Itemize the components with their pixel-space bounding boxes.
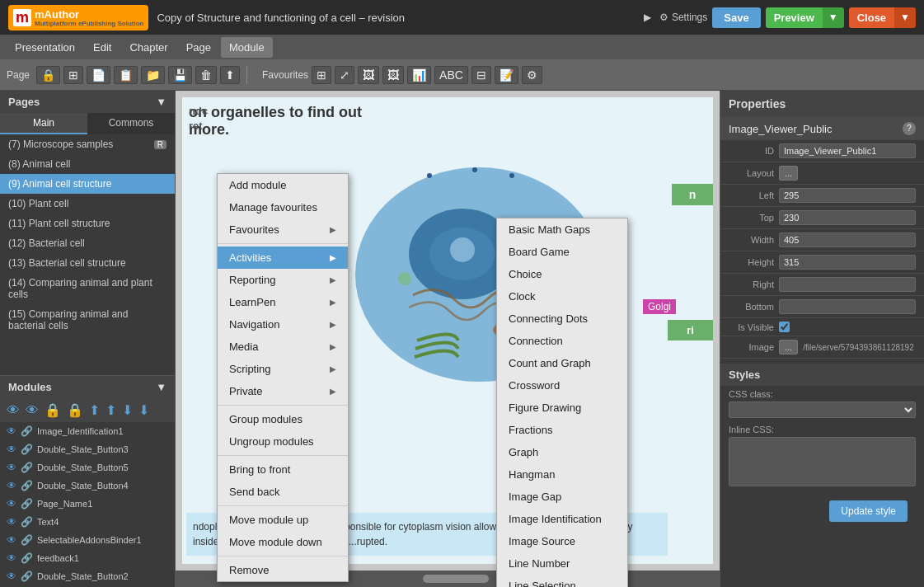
- menu-item-bring-front[interactable]: Bring to front: [218, 458, 348, 481]
- close-button[interactable]: Close: [849, 7, 894, 28]
- page-item-9[interactable]: (9) Animal cell structure: [0, 174, 175, 194]
- tab-commons[interactable]: Commons: [87, 113, 175, 134]
- module-item-pn1[interactable]: 👁 🔗 Page_Name1: [0, 495, 175, 513]
- mod-up-btn-2[interactable]: ⬆: [104, 402, 118, 419]
- module-item-dsb5[interactable]: 👁 🔗 Double_State_Button5: [0, 458, 175, 477]
- module-item-sab1[interactable]: 👁 🔗 SelectableAddonsBinder1: [0, 531, 175, 549]
- menu-item-remove[interactable]: Remove: [218, 559, 348, 581]
- toolbar-btn-1[interactable]: 🔒: [36, 66, 60, 84]
- fav-btn-2[interactable]: ⤢: [335, 66, 354, 84]
- menu-item-send-back[interactable]: Send back: [218, 481, 348, 503]
- menu-presentation[interactable]: Presentation: [7, 37, 83, 58]
- page-item-13[interactable]: (13) Bacterial cell structure: [0, 253, 175, 273]
- css-class-select[interactable]: [729, 402, 916, 418]
- fav-btn-4[interactable]: 🖼: [382, 66, 404, 84]
- act-connecting-dots[interactable]: Connecting Dots: [497, 308, 627, 330]
- toolbar-btn-5[interactable]: 📁: [141, 66, 165, 84]
- toolbar-btn-2[interactable]: ⊞: [63, 66, 83, 84]
- prop-id-input[interactable]: [779, 143, 916, 158]
- menu-item-add-module[interactable]: Add module: [218, 174, 348, 196]
- act-board-game[interactable]: Board Game: [497, 241, 627, 263]
- mod-up-btn-1[interactable]: ⬆: [87, 402, 101, 419]
- mod-lock-btn-1[interactable]: 🔒: [43, 402, 63, 419]
- module-item-fb1[interactable]: 👁 🔗 feedback1: [0, 549, 175, 567]
- module-item-dsb3[interactable]: 👁 🔗 Double_State_Button3: [0, 440, 175, 458]
- fav-btn-8[interactable]: 📝: [495, 66, 518, 84]
- menu-item-manage-fav[interactable]: Manage favourites: [218, 196, 348, 218]
- scrollbar-thumb[interactable]: [423, 575, 489, 583]
- prop-visible-checkbox[interactable]: [779, 322, 790, 332]
- toolbar-btn-7[interactable]: 🗑: [195, 66, 217, 84]
- toolbar-btn-3[interactable]: 📄: [87, 66, 110, 84]
- menu-item-scripting[interactable]: Scripting ▶: [218, 358, 348, 380]
- module-item-text4[interactable]: 👁 🔗 Text4: [0, 513, 175, 531]
- menu-item-private[interactable]: Private ▶: [218, 380, 348, 402]
- menu-module[interactable]: Module: [221, 37, 273, 58]
- page-item-10[interactable]: (10) Plant cell: [0, 194, 175, 214]
- act-fractions[interactable]: Fractions: [497, 419, 627, 441]
- act-choice[interactable]: Choice: [497, 263, 627, 285]
- menu-item-learnpen[interactable]: LearnPen ▶: [218, 291, 348, 313]
- fav-btn-5[interactable]: 📊: [407, 66, 431, 84]
- prop-height-input[interactable]: [779, 255, 916, 270]
- page-item-14[interactable]: (14) Comparing animal and plant cells: [0, 273, 175, 304]
- page-item-7[interactable]: (7) Microscope samples R: [0, 134, 175, 154]
- act-figure-drawing[interactable]: Figure Drawing: [497, 397, 627, 419]
- act-image-identification[interactable]: Image Identification: [497, 508, 627, 530]
- toolbar-btn-4[interactable]: 📋: [114, 66, 138, 84]
- canvas-area[interactable]: on organelles to find out more.: [176, 91, 720, 587]
- act-image-source[interactable]: Image Source: [497, 530, 627, 552]
- fav-btn-1[interactable]: ⊞: [312, 66, 331, 84]
- close-dropdown-button[interactable]: ▼: [894, 7, 916, 28]
- menu-item-navigation[interactable]: Navigation ▶: [218, 313, 348, 336]
- act-count-and-graph[interactable]: Count and Graph: [497, 352, 627, 374]
- image-browse-btn[interactable]: ...: [779, 340, 798, 355]
- prop-right-input[interactable]: [779, 277, 916, 292]
- menu-item-move-up[interactable]: Move module up: [218, 509, 348, 531]
- mod-down-btn-2[interactable]: ⬇: [137, 402, 151, 419]
- menu-edit[interactable]: Edit: [85, 37, 120, 58]
- prop-top-input[interactable]: [779, 210, 916, 225]
- act-line-number[interactable]: Line Number: [497, 552, 627, 575]
- menu-item-reporting[interactable]: Reporting ▶: [218, 269, 348, 291]
- fav-btn-6[interactable]: ABC: [434, 66, 468, 84]
- act-connection[interactable]: Connection: [497, 330, 627, 352]
- prop-width-input[interactable]: [779, 232, 916, 247]
- prop-left-input[interactable]: [779, 188, 916, 203]
- act-graph[interactable]: Graph: [497, 441, 627, 463]
- fav-btn-9[interactable]: ⚙: [522, 66, 542, 84]
- menu-item-favourites[interactable]: Favourites ▶: [218, 218, 348, 241]
- fav-btn-3[interactable]: 🖼: [358, 66, 379, 84]
- act-basic-math-gaps[interactable]: Basic Math Gaps: [497, 218, 627, 241]
- page-item-12[interactable]: (12) Bacterial cell: [0, 233, 175, 253]
- act-hangman[interactable]: Hangman: [497, 463, 627, 486]
- page-item-11[interactable]: (11) Plant cell structure: [0, 214, 175, 233]
- act-clock[interactable]: Clock: [497, 285, 627, 308]
- save-button[interactable]: Save: [712, 7, 760, 28]
- menu-page[interactable]: Page: [178, 37, 219, 58]
- menu-item-move-down[interactable]: Move module down: [218, 531, 348, 553]
- mod-eye-btn-2[interactable]: 👁: [24, 402, 40, 419]
- mod-lock-btn-2[interactable]: 🔒: [65, 402, 85, 419]
- update-style-button[interactable]: Update style: [829, 500, 908, 522]
- page-item-8[interactable]: (8) Animal cell: [0, 154, 175, 174]
- menu-item-media[interactable]: Media ▶: [218, 336, 348, 358]
- act-image-gap[interactable]: Image Gap: [497, 486, 627, 508]
- preview-dropdown-button[interactable]: ▼: [823, 7, 844, 28]
- menu-chapter[interactable]: Chapter: [121, 37, 176, 58]
- act-line-selection[interactable]: Line Selection: [497, 575, 627, 587]
- module-item-img-id1[interactable]: 👁 🔗 Image_Identification1: [0, 422, 175, 440]
- help-button[interactable]: ?: [903, 122, 916, 135]
- tab-main[interactable]: Main: [0, 113, 87, 134]
- menu-item-ungroup[interactable]: Ungroup modules: [218, 430, 348, 453]
- mod-down-btn-1[interactable]: ⬇: [120, 402, 134, 419]
- toolbar-btn-6[interactable]: 💾: [168, 66, 192, 84]
- module-item-dsb4[interactable]: 👁 🔗 Double_State_Button4: [0, 477, 175, 495]
- module-item-dsb2[interactable]: 👁 🔗 Double_State_Button2: [0, 567, 175, 585]
- inline-css-textarea[interactable]: [729, 437, 916, 486]
- menu-item-activities[interactable]: Activities ▶: [218, 247, 348, 269]
- mod-eye-btn-1[interactable]: 👁: [5, 402, 21, 419]
- menu-item-group[interactable]: Group modules: [218, 408, 348, 430]
- toolbar-btn-8[interactable]: ⬆: [220, 66, 240, 84]
- preview-button[interactable]: Preview: [766, 7, 823, 28]
